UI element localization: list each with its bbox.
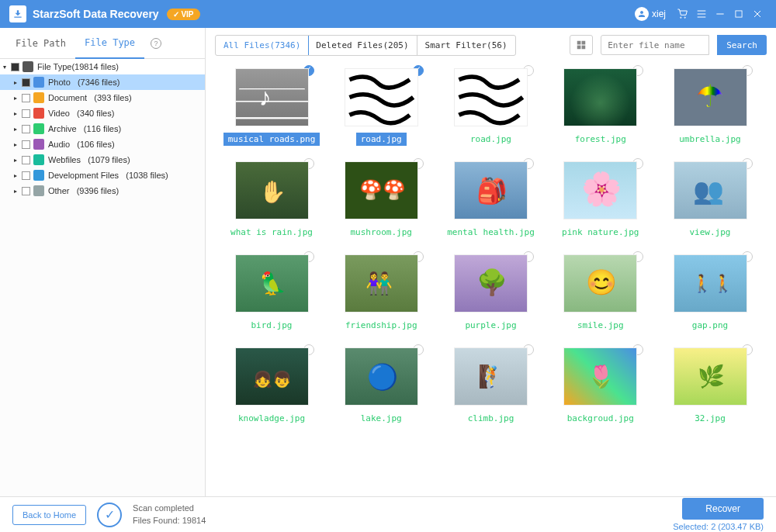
thumbnail-cell[interactable]: bird.jpg — [221, 254, 322, 332]
expand-icon[interactable]: ▸ — [14, 79, 22, 86]
scan-status-text: Scan completed Files Found: 19814 — [133, 503, 206, 527]
expand-icon[interactable]: ▸ — [14, 157, 22, 164]
back-button[interactable]: Back to Home — [12, 505, 86, 525]
scan-status: Scan completed — [133, 503, 206, 514]
thumbnail-label: road.jpg — [466, 133, 516, 146]
thumbnail-cell[interactable]: gap.png — [660, 254, 760, 332]
thumbnail[interactable] — [674, 254, 747, 313]
search-button[interactable]: Search — [717, 35, 767, 55]
filter-deleted[interactable]: Deleted Files(205) — [308, 36, 417, 55]
filter-smart[interactable]: Smart Filter(56) — [417, 36, 515, 55]
thumbnail-cell[interactable]: mental health.jpg — [441, 161, 542, 239]
type-icon — [33, 154, 44, 165]
filter-all[interactable]: All Files(7346) — [215, 35, 309, 56]
checkbox[interactable] — [22, 171, 30, 180]
tree-item-label: Other (9396 files) — [48, 186, 119, 195]
checkbox[interactable] — [22, 140, 30, 149]
expand-icon[interactable]: ▸ — [14, 172, 22, 179]
tree-item[interactable]: ▸ Photo (7346 files) — [0, 74, 205, 90]
thumbnail-cell[interactable]: friendship.jpg — [331, 254, 431, 332]
checkbox[interactable] — [22, 94, 30, 102]
recover-button[interactable]: Recover — [682, 498, 764, 520]
thumbnail-cell[interactable]: backgroud.jpg — [550, 347, 651, 425]
tab-file-type[interactable]: File Type — [75, 28, 144, 59]
thumbnail[interactable] — [345, 254, 418, 313]
thumbnail-cell[interactable]: forest.jpg — [550, 68, 651, 146]
expand-icon[interactable]: ▸ — [14, 126, 22, 133]
checkbox[interactable] — [22, 109, 30, 118]
tree-item-label: Audio (106 files) — [48, 140, 115, 149]
thumbnail[interactable] — [235, 161, 309, 219]
thumbnail-cell[interactable]: 32.jpg — [660, 347, 760, 425]
cart-icon[interactable] — [674, 5, 692, 23]
thumbnail-cell[interactable]: purple.jpg — [441, 254, 542, 332]
selected-label: Selected: — [673, 522, 708, 531]
thumbnail[interactable] — [454, 347, 528, 406]
thumbnail-label: 32.jpg — [690, 412, 730, 425]
thumbnail[interactable] — [454, 161, 528, 219]
sidebar: File Path File Type ? ▾ File Type(19814 … — [0, 28, 206, 496]
checkbox[interactable] — [11, 63, 19, 71]
expand-icon[interactable]: ▸ — [14, 110, 22, 117]
tree-item[interactable]: ▸ Webfiles (1079 files) — [0, 152, 205, 168]
tree-item[interactable]: ▸ Other (9396 files) — [0, 183, 205, 199]
thumbnail-cell[interactable]: climb.jpg — [441, 347, 542, 425]
tree-item[interactable]: ▸ Video (340 files) — [0, 105, 205, 121]
thumbnail-grid: musical roads.png road.jpg road.jpg fore… — [206, 62, 776, 496]
thumbnail[interactable] — [563, 347, 637, 406]
maximize-icon[interactable] — [729, 5, 748, 23]
tree-root[interactable]: ▾ File Type(19814 files) — [0, 59, 205, 74]
close-icon[interactable] — [748, 5, 767, 23]
thumbnail[interactable] — [674, 161, 747, 219]
thumbnail[interactable] — [235, 347, 309, 406]
tree-item[interactable]: ▸ Development Files (1038 files) — [0, 168, 205, 183]
thumbnail[interactable] — [235, 68, 309, 126]
menu-icon[interactable] — [692, 5, 711, 23]
thumbnail[interactable] — [674, 68, 747, 126]
user-area[interactable]: xiej — [635, 7, 666, 21]
thumbnail[interactable] — [454, 254, 528, 313]
checkbox[interactable] — [22, 125, 30, 133]
collapse-icon[interactable]: ▾ — [3, 64, 11, 71]
vip-badge: ✓ VIP — [167, 9, 200, 20]
expand-icon[interactable]: ▸ — [14, 95, 22, 102]
view-switch-icon[interactable] — [570, 35, 593, 55]
thumbnail-label: mental health.jpg — [442, 226, 539, 239]
thumbnail[interactable] — [235, 254, 309, 313]
thumbnail-cell[interactable]: musical roads.png — [221, 68, 322, 146]
checkbox[interactable] — [22, 78, 30, 87]
expand-icon[interactable]: ▸ — [14, 188, 22, 195]
checkbox[interactable] — [22, 156, 30, 164]
thumbnail-cell[interactable]: knowladge.jpg — [221, 347, 322, 425]
thumbnail-label: view.jpg — [685, 226, 736, 239]
thumbnail[interactable] — [563, 68, 637, 126]
tree-item[interactable]: ▸ Audio (106 files) — [0, 136, 205, 152]
search-input[interactable] — [601, 35, 709, 55]
thumbnail-cell[interactable]: pink nature.jpg — [550, 161, 651, 239]
checkbox[interactable] — [22, 187, 30, 195]
minimize-icon[interactable] — [711, 5, 729, 23]
thumbnail-cell[interactable]: what is rain.jpg — [221, 161, 322, 239]
thumbnail[interactable] — [674, 347, 747, 406]
thumbnail[interactable] — [454, 68, 528, 126]
thumbnail-cell[interactable]: mushroom.jpg — [331, 161, 431, 239]
thumbnail[interactable] — [345, 68, 418, 126]
thumbnail[interactable] — [345, 347, 418, 406]
help-icon[interactable]: ? — [151, 38, 161, 49]
thumbnail-cell[interactable]: umbrella.jpg — [660, 68, 760, 146]
thumbnail[interactable] — [563, 161, 637, 219]
thumbnail-cell[interactable]: road.jpg — [441, 68, 542, 146]
thumbnail[interactable] — [563, 254, 637, 313]
thumbnail-cell[interactable]: smile.jpg — [550, 254, 651, 332]
files-found: Files Found: 19814 — [133, 515, 206, 527]
expand-icon[interactable]: ▸ — [14, 141, 22, 148]
tab-file-path[interactable]: File Path — [6, 28, 75, 59]
thumbnail-cell[interactable]: road.jpg — [331, 68, 431, 146]
tree-item[interactable]: ▸ Document (393 files) — [0, 90, 205, 105]
thumbnail-cell[interactable]: lake.jpg — [331, 347, 431, 425]
thumbnail-cell[interactable]: view.jpg — [660, 161, 760, 239]
main-panel: All Files(7346) Deleted Files(205) Smart… — [206, 28, 776, 496]
titlebar: StarzSoft Data Recovery ✓ VIP xiej — [0, 0, 776, 28]
thumbnail[interactable] — [345, 161, 418, 219]
tree-item[interactable]: ▸ Archive (116 files) — [0, 121, 205, 136]
